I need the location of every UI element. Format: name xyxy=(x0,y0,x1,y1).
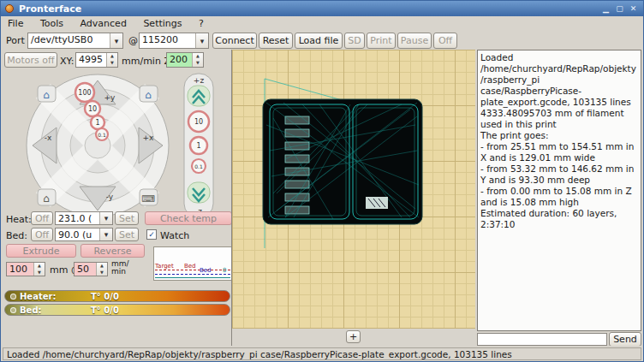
check-temp-button[interactable]: Check temp xyxy=(145,211,232,225)
dropdown-icon[interactable]: ▾ xyxy=(99,212,112,224)
fan-line xyxy=(155,277,230,278)
control-panel: Motors off XY: 4995 ▲▼ mm/min Z: 200 ▲▼ xyxy=(1,50,230,346)
spin-up-icon[interactable]: ▲ xyxy=(97,263,107,270)
watch-checkbox[interactable]: ✓ xyxy=(146,229,157,240)
z-jog-strip[interactable]: +z 10 1 0.1 -z xyxy=(182,73,216,218)
extrude-speed-value: 50 xyxy=(75,263,96,276)
spin-down-icon[interactable]: ▼ xyxy=(97,270,107,276)
home-icon: ⌂ xyxy=(145,89,152,101)
spinner-arrows[interactable]: ▲▼ xyxy=(33,263,45,276)
xy-feed-label: XY: xyxy=(60,56,75,67)
toolbar: Port /dev/ttyUSB0 ▾ @ 115200 ▾ Connect R… xyxy=(1,31,643,50)
gcode-travel-line xyxy=(265,79,345,101)
plate-label-patch xyxy=(366,197,388,209)
maximize-icon[interactable]: ▢ xyxy=(613,3,626,15)
graph-label-bed-red: Bed xyxy=(184,264,196,270)
command-input[interactable] xyxy=(477,333,607,346)
extrude-length-value: 100 xyxy=(7,263,33,276)
bed-set-button[interactable]: Set xyxy=(115,228,139,241)
extrude-length-input[interactable]: 100 ▲▼ xyxy=(6,262,45,276)
load-file-button[interactable]: Load file xyxy=(295,33,343,49)
bed-temp-select[interactable]: 90.0 (u ▾ xyxy=(55,228,113,241)
menu-settings[interactable]: Settings xyxy=(136,16,188,31)
spin-down-icon[interactable]: ▼ xyxy=(107,60,117,67)
baud-value: 115200 xyxy=(140,33,195,48)
bed-off-button[interactable]: Off xyxy=(31,228,53,241)
heat-off-button[interactable]: Off xyxy=(31,211,53,225)
menubar: File Tools Advanced Settings ? xyxy=(1,16,643,31)
heat-label: Heat: xyxy=(6,214,32,225)
home-icon: ⌂ xyxy=(43,193,50,205)
xy-jog-pad[interactable]: +y -y -x +x ⌂ ⌂ ⌂ ⌨ 100 10 1 xyxy=(25,73,170,218)
watch-label: Watch xyxy=(160,230,189,241)
bed-gauge: Bed: T° 0/0 xyxy=(4,304,230,316)
dropdown-icon[interactable]: ▾ xyxy=(195,33,208,48)
heater-target-line xyxy=(155,270,230,270)
close-icon[interactable]: ✕ xyxy=(627,3,640,15)
port-label: Port xyxy=(6,35,25,46)
gcode-viewer[interactable] xyxy=(231,50,475,329)
heater-gauge-value: T° 0/0 xyxy=(91,292,119,301)
bed-temp-value: 90.0 (u xyxy=(56,228,99,240)
spinner-arrows[interactable]: ▲▼ xyxy=(192,53,203,67)
menu-advanced[interactable]: Advanced xyxy=(74,16,134,31)
pause-button[interactable]: Pause xyxy=(397,33,432,49)
log-output[interactable]: Loaded /home/churchyard/RepRap/objekty/r… xyxy=(477,50,641,331)
menu-file[interactable]: File xyxy=(1,16,30,31)
at-label: @ xyxy=(128,35,138,46)
heater-gauge: Heater: T° 0/0 xyxy=(4,290,230,302)
mm-min-unit-label: mm/min xyxy=(111,260,129,276)
titlebar[interactable]: Pronterface ▁ ▢ ✕ xyxy=(1,1,643,16)
reverse-button[interactable]: Reverse xyxy=(80,244,145,258)
app-icon xyxy=(5,4,14,13)
connect-button[interactable]: Connect xyxy=(212,33,257,49)
spin-up-icon[interactable]: ▲ xyxy=(107,53,117,60)
z-distance-10-label: 10 xyxy=(194,118,203,126)
bed-label: Bed: xyxy=(6,230,27,241)
spin-up-icon[interactable]: ▲ xyxy=(193,53,203,60)
window-title: Pronterface xyxy=(19,3,81,15)
z-feed-input[interactable]: 200 ▲▼ xyxy=(166,52,204,68)
check-icon: ✓ xyxy=(148,230,155,239)
dropdown-icon[interactable]: ▾ xyxy=(99,228,112,240)
spin-down-icon[interactable]: ▼ xyxy=(193,60,203,67)
send-button[interactable]: Send xyxy=(609,332,641,347)
heater-icon xyxy=(10,294,16,300)
status-text: Loaded /home/churchyard/RepRap/objekty/r… xyxy=(3,347,641,360)
jog-y-minus-label: -y xyxy=(106,193,114,201)
spinner-arrows[interactable]: ▲▼ xyxy=(96,263,107,276)
print-button[interactable]: Print xyxy=(367,33,396,49)
graph-label-zero: 0 xyxy=(223,268,226,274)
spin-up-icon[interactable]: ▲ xyxy=(34,263,45,270)
spinner-arrows[interactable]: ▲▼ xyxy=(106,53,117,67)
jog-x-plus-label: +x xyxy=(143,134,155,142)
xy-distance-1-label: 1 xyxy=(95,119,99,127)
reset-button[interactable]: Reset xyxy=(259,33,293,49)
baud-select[interactable]: 115200 ▾ xyxy=(139,33,209,49)
z-distance-0.1-label: 0.1 xyxy=(194,163,203,169)
graph-label-target: Target xyxy=(155,264,174,270)
heat-set-button[interactable]: Set xyxy=(115,211,139,225)
extrude-speed-input[interactable]: 50 ▲▼ xyxy=(74,262,108,276)
off-button[interactable]: Off xyxy=(433,33,457,49)
port-select[interactable]: /dev/ttyUSB0 ▾ xyxy=(27,33,123,49)
gcode-plot xyxy=(232,50,476,329)
heater-gauge-label: Heater: xyxy=(20,292,56,301)
extrude-button[interactable]: Extrude xyxy=(6,244,76,258)
port-value: /dev/ttyUSB0 xyxy=(28,33,110,48)
spin-down-icon[interactable]: ▼ xyxy=(34,270,45,276)
xy-feed-input[interactable]: 4995 ▲▼ xyxy=(75,52,118,68)
minimize-icon[interactable]: ▁ xyxy=(599,3,612,15)
xy-distance-10-label: 10 xyxy=(88,105,97,113)
heat-temp-select[interactable]: 231.0 ( ▾ xyxy=(55,211,113,225)
dropdown-icon[interactable]: ▾ xyxy=(110,33,122,48)
bed-gauge-value: T° 0/0 xyxy=(91,306,119,315)
xy-feed-value: 4995 xyxy=(76,53,106,67)
bed-target-line xyxy=(155,274,230,275)
sd-button[interactable]: SD xyxy=(344,33,365,49)
menu-help[interactable]: ? xyxy=(192,16,211,31)
menu-tools[interactable]: Tools xyxy=(33,16,70,31)
zoom-in-button[interactable]: + xyxy=(346,330,361,343)
motors-off-button[interactable]: Motors off xyxy=(4,52,57,68)
z-feed-value: 200 xyxy=(167,53,192,67)
